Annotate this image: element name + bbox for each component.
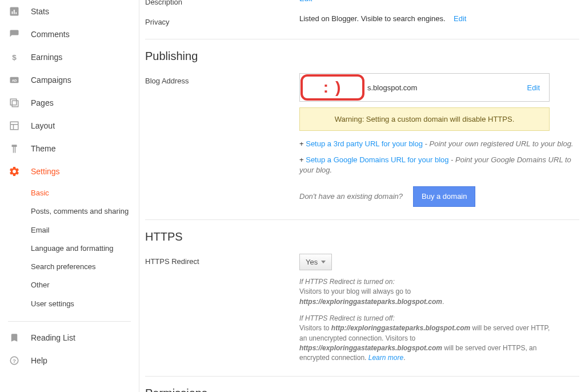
buy-domain-button[interactable]: Buy a domain [413, 186, 476, 207]
https-off-heading: If HTTPS Redirect is turned off: [299, 314, 395, 322]
sidebar-label: Help [31, 356, 47, 365]
sidebar-item-reading-list[interactable]: Reading List [0, 326, 139, 349]
sidebar-item-help[interactable]: ? Help [0, 349, 139, 372]
google-domains-link[interactable]: Setup a Google Domains URL for your blog [306, 155, 448, 164]
https-on-block: If HTTPS Redirect is turned on: Visitors… [299, 277, 551, 307]
https-on-body-pre: Visitors to your blog will always go to [299, 287, 411, 295]
subnav-posts-comments[interactable]: Posts, comments and sharing [31, 202, 139, 221]
chevron-down-icon [321, 261, 326, 263]
svg-rect-7 [10, 99, 17, 105]
third-party-url-link[interactable]: Setup a 3rd party URL for your blog [306, 139, 423, 148]
bar-chart-icon [8, 5, 21, 18]
blog-address-value: s.blogspot.com [367, 83, 417, 92]
sidebar-item-earnings[interactable]: $ Earnings [0, 46, 139, 69]
section-title-publishing: Publishing [145, 50, 579, 63]
plus-prefix: + [299, 139, 306, 148]
privacy-edit-link[interactable]: Edit [454, 14, 466, 23]
sidebar-label: Campaigns [31, 75, 71, 85]
bookmark-icon [8, 331, 21, 344]
section-divider [145, 376, 579, 377]
sidebar: Stats Comments $ Earnings AD Campaigns P… [0, 0, 139, 392]
https-off-url-http: http://exploringgastateparks.blogspot.co… [331, 324, 470, 332]
https-on-body-post: . [442, 298, 444, 306]
dropdown-value: Yes [306, 258, 318, 266]
sidebar-divider [8, 321, 131, 322]
section-title-permissions: Permissions [145, 387, 579, 392]
sidebar-item-theme[interactable]: Theme [0, 137, 139, 160]
ad-icon: AD [8, 74, 21, 86]
sidebar-label: Stats [31, 7, 49, 16]
https-warning: Warning: Setting a custom domain will di… [299, 107, 550, 131]
sidebar-item-campaigns[interactable]: AD Campaigns [0, 69, 139, 91]
svg-rect-8 [12, 101, 18, 107]
pages-icon [8, 97, 21, 109]
sidebar-item-stats[interactable]: Stats [0, 0, 139, 23]
svg-text:AD: AD [12, 79, 17, 82]
layout-icon [8, 119, 21, 132]
sidebar-label: Theme [31, 144, 56, 153]
subnav-search-prefs[interactable]: Search preferences [31, 258, 139, 276]
sidebar-item-settings[interactable]: Settings [0, 160, 139, 183]
https-off-block: If HTTPS Redirect is turned off: Visitor… [299, 314, 551, 363]
sidebar-label: Layout [31, 121, 55, 130]
blog-address-box: : ) s.blogspot.com Edit [299, 73, 550, 102]
description-edit-link[interactable]: Edit [299, 0, 312, 3]
section-divider [145, 219, 579, 220]
dollar-icon: $ [8, 51, 21, 63]
main-content: Description Edit Privacy Listed on Blogg… [139, 0, 585, 392]
subnav-user-settings[interactable]: User settings [31, 295, 139, 313]
third-party-url-line: + Setup a 3rd party URL for your blog - … [299, 139, 579, 149]
subnav-basic[interactable]: Basic [31, 184, 139, 202]
theme-icon [8, 142, 21, 155]
https-learn-more-link[interactable]: Learn more [368, 354, 403, 362]
comment-icon [8, 28, 21, 41]
label-https-redirect: HTTPS Redirect [145, 254, 299, 266]
svg-text:$: $ [12, 53, 17, 62]
svg-rect-3 [15, 13, 17, 14]
smile-overlay: : ) [300, 74, 364, 101]
svg-rect-9 [10, 122, 18, 130]
subnav-email[interactable]: Email [31, 221, 139, 239]
svg-rect-2 [14, 10, 15, 14]
subnav-other[interactable]: Other [31, 276, 139, 294]
google-domains-line: + Setup a Google Domains URL for your bl… [299, 155, 579, 175]
sidebar-label: Settings [31, 167, 60, 176]
https-off-pre: Visitors to [299, 324, 331, 332]
no-domain-text: Don't have an existing domain? [299, 191, 403, 202]
sidebar-item-pages[interactable]: Pages [0, 91, 139, 114]
privacy-value: Listed on Blogger. Visible to search eng… [299, 14, 446, 23]
sidebar-item-layout[interactable]: Layout [0, 114, 139, 137]
svg-rect-1 [12, 11, 13, 14]
subnav-language[interactable]: Language and formatting [31, 239, 139, 258]
sidebar-label: Reading List [31, 333, 75, 342]
https-on-url: https://exploringgastateparks.blogspot.c… [299, 298, 442, 306]
section-divider [145, 39, 579, 39]
gear-icon [8, 165, 21, 178]
settings-subnav: Basic Posts, comments and sharing Email … [0, 183, 139, 318]
label-blog-address: Blog Address [145, 73, 299, 85]
https-on-heading: If HTTPS Redirect is turned on: [299, 278, 395, 286]
https-off-url-https: https://exploringgastateparks.blogspot.c… [299, 344, 442, 352]
help-icon: ? [8, 354, 21, 367]
third-party-tail: - Point your own registered URL to your … [423, 139, 574, 148]
sidebar-item-comments[interactable]: Comments [0, 23, 139, 46]
sidebar-label: Pages [31, 98, 54, 107]
period: . [403, 354, 405, 362]
svg-text:?: ? [13, 358, 16, 364]
section-title-https: HTTPS [145, 230, 579, 243]
plus-prefix: + [299, 155, 306, 164]
https-redirect-dropdown[interactable]: Yes [299, 254, 332, 270]
label-privacy: Privacy [145, 14, 299, 26]
sidebar-label: Comments [31, 30, 70, 39]
label-description: Description [145, 0, 299, 6]
blog-address-edit-link[interactable]: Edit [527, 83, 540, 92]
sidebar-label: Earnings [31, 53, 62, 62]
